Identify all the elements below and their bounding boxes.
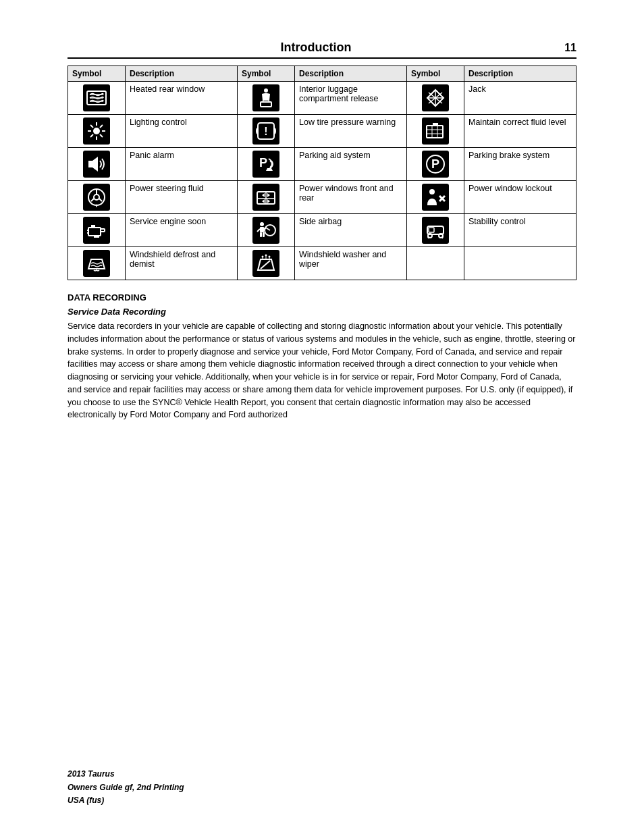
side-airbag-svg xyxy=(255,219,277,241)
svg-rect-54 xyxy=(94,236,99,238)
footer-line2: Owners Guide gf, 2nd Printing xyxy=(68,781,184,794)
body-text: Service data recorders in your vehicle a… xyxy=(68,320,576,421)
symbol-washer xyxy=(237,247,294,280)
table-row: Power steering fluid xyxy=(68,181,576,214)
heated-rear-svg xyxy=(86,87,107,109)
fluid-icon xyxy=(422,118,449,145)
svg-line-6 xyxy=(263,101,263,102)
power-windows-svg xyxy=(255,186,277,208)
defrost-icon xyxy=(83,250,110,277)
lighting-icon xyxy=(83,118,110,145)
section-heading: DATA RECORDING xyxy=(68,292,576,303)
stability-icon xyxy=(422,217,449,244)
svg-line-62 xyxy=(267,228,270,230)
svg-marker-44 xyxy=(262,199,265,203)
desc-service-engine: Service engine soon xyxy=(126,214,238,247)
panic-svg xyxy=(86,153,107,175)
svg-rect-23 xyxy=(427,126,443,138)
symbol-side-airbag xyxy=(237,214,294,247)
desc-window-lockout: Power window lockout xyxy=(464,181,576,214)
tire-pressure-svg: ! xyxy=(255,120,277,142)
svg-text:P: P xyxy=(431,157,439,171)
svg-line-19 xyxy=(100,134,103,137)
svg-rect-49 xyxy=(88,228,101,236)
svg-rect-51 xyxy=(101,229,105,232)
svg-marker-42 xyxy=(262,193,265,197)
svg-rect-60 xyxy=(263,232,265,237)
sub-heading: Service Data Recording xyxy=(68,307,576,317)
desc-washer: Windshield washer and wiper xyxy=(295,247,407,280)
desc-power-windows: Power windows front and rear xyxy=(295,181,407,214)
power-steering-svg xyxy=(86,186,107,208)
desc-lighting: Lighting control xyxy=(126,115,238,148)
col-header-symbol3: Symbol xyxy=(406,66,464,82)
jack-icon xyxy=(422,84,449,111)
symbol-jack xyxy=(406,82,464,115)
window-lockout-icon xyxy=(422,184,449,211)
svg-rect-64 xyxy=(429,228,434,232)
col-header-symbol2: Symbol xyxy=(237,66,294,82)
symbol-parking-brake: P xyxy=(406,148,464,181)
svg-line-38 xyxy=(99,199,102,201)
svg-point-46 xyxy=(429,189,435,194)
svg-rect-24 xyxy=(433,123,438,126)
stability-svg xyxy=(425,219,446,241)
svg-line-67 xyxy=(261,261,270,269)
desc-side-airbag: Side airbag xyxy=(295,214,407,247)
parking-brake-svg: P xyxy=(425,153,446,175)
table-row: Service engine soon xyxy=(68,214,576,247)
desc-tire-pressure: Low tire pressure warning xyxy=(295,115,407,148)
service-engine-svg xyxy=(86,219,107,241)
table-row: Windshield defrost and demist xyxy=(68,247,576,280)
parking-aid-svg: P xyxy=(255,153,277,175)
desc-stability: Stability control xyxy=(464,214,576,247)
svg-marker-45 xyxy=(267,199,270,203)
footer-line3: USA (fus) xyxy=(68,794,184,807)
svg-marker-29 xyxy=(88,157,98,172)
heated-rear-icon xyxy=(83,84,110,111)
col-header-desc3: Description xyxy=(464,66,576,82)
desc-fluid: Maintain correct fluid level xyxy=(464,115,576,148)
svg-line-57 xyxy=(257,229,260,232)
footer-line1: 2013 Taurus xyxy=(68,768,184,781)
desc-empty xyxy=(464,247,576,280)
symbol-service-engine xyxy=(68,214,126,247)
desc-power-steering: Power steering fluid xyxy=(126,181,238,214)
symbol-luggage xyxy=(237,82,294,115)
lighting-svg xyxy=(86,120,107,142)
symbol-lighting xyxy=(68,115,126,148)
page-title: Introduction xyxy=(68,41,564,55)
symbol-power-steering xyxy=(68,181,126,214)
svg-text:!: ! xyxy=(264,126,267,137)
symbols-table: Symbol Description Symbol Description Sy… xyxy=(68,66,576,280)
desc-jack: Jack xyxy=(464,82,576,115)
symbol-fluid xyxy=(406,115,464,148)
page-number: 11 xyxy=(564,42,576,54)
col-header-desc2: Description xyxy=(295,66,407,82)
desc-parking-brake: Parking brake system xyxy=(464,148,576,181)
svg-line-18 xyxy=(90,125,93,128)
symbol-window-lockout xyxy=(406,181,464,214)
washer-icon xyxy=(252,250,279,277)
symbol-defrost xyxy=(68,247,126,280)
table-row: Lighting control ! Low tire pressure war… xyxy=(68,115,576,148)
power-steering-icon xyxy=(83,184,110,211)
desc-panic: Panic alarm xyxy=(126,148,238,181)
symbol-parking-aid: P xyxy=(237,148,294,181)
desc-parking-aid: Parking aid system xyxy=(295,148,407,181)
desc-heated-rear: Heated rear window xyxy=(126,82,238,115)
svg-line-21 xyxy=(90,134,93,137)
svg-line-20 xyxy=(100,125,103,128)
symbol-power-windows xyxy=(237,181,294,214)
desc-defrost: Windshield defrost and demist xyxy=(126,247,238,280)
col-header-symbol1: Symbol xyxy=(68,66,126,82)
window-lockout-svg xyxy=(425,186,446,208)
data-recording-section: DATA RECORDING Service Data Recording Se… xyxy=(68,292,576,421)
svg-rect-50 xyxy=(91,225,95,228)
washer-svg xyxy=(255,253,277,274)
service-engine-icon xyxy=(83,217,110,244)
svg-text:P: P xyxy=(259,156,267,170)
parking-aid-icon: P xyxy=(252,151,279,178)
table-row: Heated rear window Interior luggage xyxy=(68,82,576,115)
table-row: Panic alarm P Parking aid system xyxy=(68,148,576,181)
